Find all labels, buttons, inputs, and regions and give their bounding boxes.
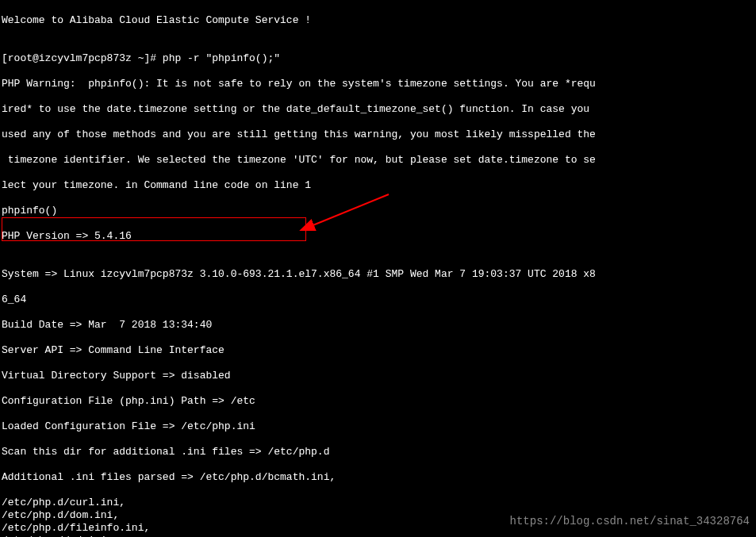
warning-line-4: timezone identifier. We selected the tim…	[2, 154, 754, 167]
prompt-line: [root@izcyvlm7pcp873z ~]# php -r "phpinf…	[2, 52, 754, 65]
ini-file-line: /etc/php.d/curl.ini,	[2, 497, 754, 509]
additional-ini-line: Additional .ini files parsed => /etc/php…	[2, 471, 754, 484]
warning-line-2: ired* to use the date.timezone setting o…	[2, 103, 754, 116]
system-line-2: 6_64	[2, 293, 754, 306]
build-date-line: Build Date => Mar 7 2018 13:34:40	[2, 319, 754, 332]
loaded-config-line: Loaded Configuration File => /etc/php.in…	[2, 420, 754, 433]
server-api-line: Server API => Command Line Interface	[2, 344, 754, 357]
config-path-line: Configuration File (php.ini) Path => /et…	[2, 395, 754, 408]
welcome-line: Welcome to Alibaba Cloud Elastic Compute…	[2, 14, 754, 27]
warning-line-5: lect your timezone. in Command line code…	[2, 179, 754, 192]
virtual-dir-line: Virtual Directory Support => disabled	[2, 370, 754, 382]
system-line-1: System => Linux izcyvlm7pcp873z 3.10.0-6…	[2, 268, 754, 281]
warning-line-1: PHP Warning: phpinfo(): It is not safe t…	[2, 78, 754, 90]
php-version-line: PHP Version => 5.4.16	[2, 230, 754, 243]
scan-dir-line: Scan this dir for additional .ini files …	[2, 446, 754, 458]
warning-line-3: used any of those methods and you are st…	[2, 128, 754, 141]
terminal-output[interactable]: Welcome to Alibaba Cloud Elastic Compute…	[2, 2, 754, 537]
phpinfo-call-line: phpinfo()	[2, 205, 754, 217]
watermark-text: https://blog.csdn.net/sinat_34328764	[510, 515, 750, 527]
